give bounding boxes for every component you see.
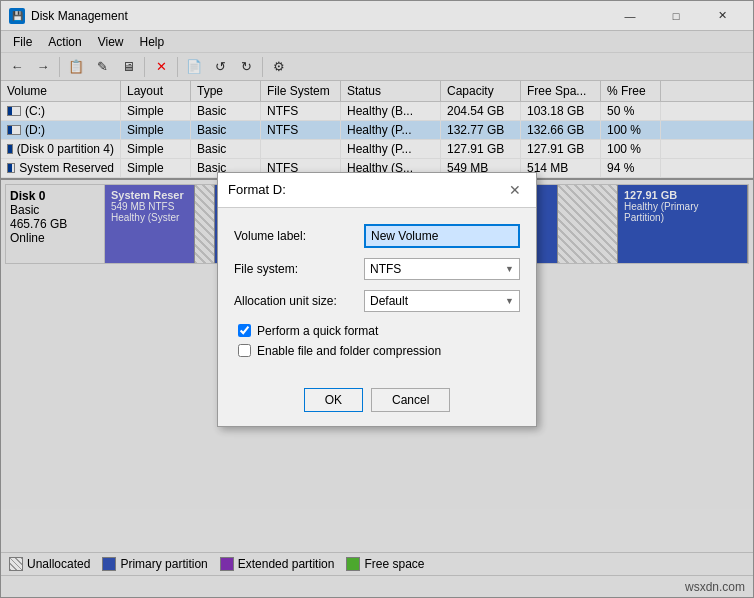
- volume-label-label: Volume label:: [234, 229, 364, 243]
- allocation-row: Allocation unit size: Default 512 1024 2…: [234, 290, 520, 312]
- modal-overlay: Format D: ✕ Volume label: File system: N…: [0, 0, 754, 598]
- quick-format-row: Perform a quick format: [234, 324, 520, 338]
- quick-format-checkbox[interactable]: [238, 324, 251, 337]
- file-system-control: NTFS FAT32 exFAT: [364, 258, 520, 280]
- cancel-button[interactable]: Cancel: [371, 388, 450, 412]
- volume-label-row: Volume label:: [234, 224, 520, 248]
- compression-row: Enable file and folder compression: [234, 344, 520, 358]
- compression-checkbox[interactable]: [238, 344, 251, 357]
- format-dialog: Format D: ✕ Volume label: File system: N…: [217, 172, 537, 427]
- file-system-row: File system: NTFS FAT32 exFAT: [234, 258, 520, 280]
- volume-label-control: [364, 224, 520, 248]
- dialog-body: Volume label: File system: NTFS FAT32 ex…: [218, 208, 536, 380]
- dialog-close-button[interactable]: ✕: [504, 179, 526, 201]
- dialog-title: Format D:: [228, 182, 286, 197]
- dialog-footer: OK Cancel: [218, 380, 536, 426]
- quick-format-label: Perform a quick format: [257, 324, 378, 338]
- allocation-label: Allocation unit size:: [234, 294, 364, 308]
- file-system-label: File system:: [234, 262, 364, 276]
- dialog-title-bar: Format D: ✕: [218, 173, 536, 208]
- allocation-control: Default 512 1024 2048 4096: [364, 290, 520, 312]
- file-system-select[interactable]: NTFS FAT32 exFAT: [364, 258, 520, 280]
- volume-label-input[interactable]: [364, 224, 520, 248]
- ok-button[interactable]: OK: [304, 388, 363, 412]
- allocation-select[interactable]: Default 512 1024 2048 4096: [364, 290, 520, 312]
- compression-label: Enable file and folder compression: [257, 344, 441, 358]
